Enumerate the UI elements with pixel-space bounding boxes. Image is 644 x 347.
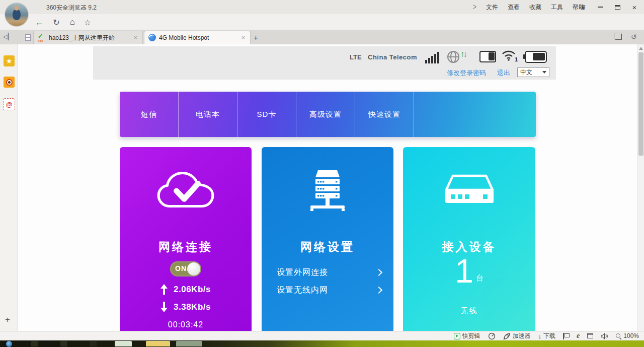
taskbar-item[interactable] (90, 341, 97, 346)
nav-filler (414, 92, 536, 137)
sim-card-icon (479, 51, 496, 62)
reload-button[interactable]: ↻ (49, 16, 64, 29)
network-connection-card[interactable]: 网络连接 ON 2.06Kb/s 3.38Kb/s 00:03:42 (120, 147, 252, 331)
connected-devices-card[interactable]: 接入设备 1 台 无线 (403, 147, 535, 331)
tab-hao123[interactable]: ✓hao hao123_上网从这里开始 × (33, 31, 143, 44)
connection-duration: 00:03:42 (120, 320, 252, 329)
download-icon: ↓ (538, 332, 542, 340)
desktop-taskbar (0, 340, 644, 347)
reopen-closed-tab-icon[interactable]: ↻ (631, 33, 637, 41)
back-button[interactable]: ← (32, 16, 47, 29)
scrollbar-thumb[interactable] (638, 52, 643, 156)
chevron-right-icon (375, 269, 382, 276)
sidebar-collapse-icon[interactable]: ◁▏ (3, 33, 13, 40)
device-mode: 无线 (403, 306, 535, 316)
card-title: 网络连接 (120, 239, 252, 255)
nav-quick-settings[interactable]: 快速设置 (355, 92, 414, 137)
tab-close-icon[interactable]: × (240, 34, 246, 41)
scroll-up-arrow[interactable] (639, 47, 643, 50)
snapshot-button[interactable] (587, 333, 593, 338)
wlan-settings-link[interactable]: 设置无线内网 (277, 285, 381, 296)
taskbar-item[interactable] (115, 341, 132, 346)
ie-mode-button[interactable]: e (577, 332, 580, 340)
network-settings-card[interactable]: 网络设置 设置外网连接 设置无线内网 (262, 147, 393, 331)
page-viewport: ★ @ + LTE China Telecom ↑↓ (0, 44, 644, 331)
nav-sdcard[interactable]: SD卡 (237, 92, 296, 137)
connection-toggle[interactable]: ON (170, 261, 201, 276)
menu-file[interactable]: 文件 (486, 3, 498, 12)
play-icon (454, 333, 460, 339)
maximize-button[interactable] (611, 2, 624, 12)
quick-clip-button[interactable]: 快剪辑 (454, 332, 480, 340)
download-arrow-icon (160, 302, 168, 312)
title-bar: 360安全浏览器 9.2 > 文件 查看 收藏 工具 帮助 ♛ × (0, 0, 644, 14)
taskbar-item[interactable] (176, 341, 202, 346)
menu-bar: > 文件 查看 收藏 工具 帮助 (473, 0, 585, 14)
sound-button[interactable] (601, 333, 608, 339)
wifi-icon (502, 50, 516, 63)
download-button[interactable]: ↓ 下载 (538, 332, 556, 340)
logout-link[interactable]: 退出 (497, 68, 510, 78)
weibo-icon[interactable] (4, 77, 15, 88)
upload-speed: 2.06Kb/s (174, 285, 211, 295)
tab-list-icon[interactable] (25, 34, 31, 41)
zoom-icon (616, 333, 621, 339)
gauge-button[interactable] (488, 332, 496, 340)
user-avatar[interactable] (5, 3, 28, 26)
hotspot-page: LTE China Telecom ↑↓ 1 修改登录密码 退出 中文 (18, 44, 637, 331)
window-icon (587, 333, 593, 338)
browser-toolbar: ← ↻ ⌂ ☆ + http://192.168.0.1/index.html#… (0, 14, 644, 30)
change-password-link[interactable]: 修改登录密码 (447, 68, 486, 78)
favorites-star-icon[interactable]: ★ (4, 55, 15, 66)
internet-globe-icon (447, 50, 460, 65)
card-title: 网络设置 (262, 239, 393, 255)
select-arrow-icon (542, 71, 546, 74)
language-select[interactable]: 中文 (517, 67, 549, 77)
speaker-icon (601, 333, 608, 339)
accelerator-button[interactable]: 加速器 (503, 332, 531, 340)
hotspot-favicon (148, 34, 156, 41)
menu-favorites[interactable]: 收藏 (529, 3, 541, 12)
tab-4g-hotspot[interactable]: 4G Mobile Hotspot × (144, 31, 251, 44)
router-icon (403, 173, 535, 210)
menu-tools[interactable]: 工具 (551, 3, 563, 12)
start-orb-icon[interactable] (6, 341, 12, 347)
minimize-button[interactable] (594, 2, 607, 12)
sidebar-add-icon[interactable]: + (5, 315, 10, 325)
nav-phonebook[interactable]: 电话本 (179, 92, 237, 137)
nav-sms[interactable]: 短信 (120, 92, 179, 137)
rocket-icon (503, 332, 511, 340)
tab-close-icon[interactable]: × (133, 34, 138, 41)
upload-speed-row: 2.06Kb/s (120, 284, 252, 295)
device-unit: 台 (476, 273, 484, 285)
zoom-control[interactable]: 100% (616, 332, 639, 339)
tab-overview-icon[interactable] (615, 34, 622, 40)
upload-arrow-icon (160, 284, 168, 295)
device-status-header: LTE China Telecom ↑↓ 1 修改登录密码 退出 中文 (93, 46, 556, 80)
nav-advanced-settings[interactable]: 高级设置 (296, 92, 355, 137)
favorite-star-button[interactable]: ☆ (80, 16, 95, 29)
menu-view[interactable]: 查看 (508, 3, 520, 12)
flag-button[interactable] (563, 333, 569, 339)
new-tab-button[interactable]: + (254, 33, 258, 42)
gauge-icon (488, 332, 496, 340)
home-button[interactable]: ⌂ (65, 16, 80, 29)
page-scrollbar[interactable] (637, 44, 644, 331)
network-type-label: LTE (350, 53, 362, 61)
download-speed: 3.38Kb/s (174, 302, 211, 312)
toggle-knob[interactable] (187, 262, 200, 275)
close-button[interactable]: × (628, 2, 641, 12)
wan-settings-link[interactable]: 设置外网连接 (277, 267, 381, 278)
taskbar-item[interactable] (146, 341, 170, 346)
taskbar-item[interactable] (31, 341, 38, 346)
browser-sidebar: ★ @ + (0, 44, 18, 331)
device-count: 1 (455, 257, 473, 285)
at-mention-icon[interactable]: @ (3, 98, 15, 110)
download-speed-row: 3.38Kb/s (120, 302, 252, 312)
menu-expand-icon[interactable]: > (473, 3, 476, 12)
window-title: 360安全浏览器 9.2 (46, 4, 97, 12)
vip-crown-icon[interactable]: ♛ (577, 2, 590, 12)
traffic-arrows-icon: ↑↓ (460, 49, 466, 59)
taskbar-item[interactable] (60, 341, 67, 346)
device-count-row: 1 台 (403, 257, 535, 285)
